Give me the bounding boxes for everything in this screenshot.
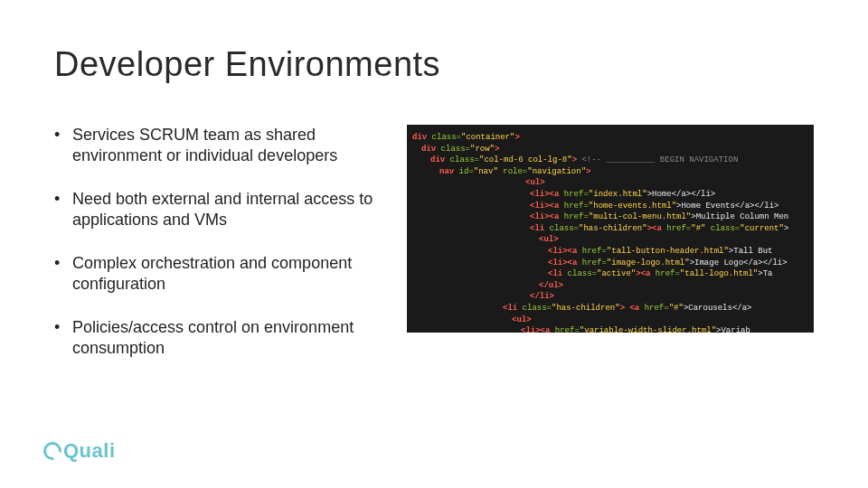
brand-logo: Quali: [43, 439, 116, 463]
code-screenshot: div class="container"> div class="row"> …: [407, 125, 814, 333]
logo-text: Quali: [63, 439, 116, 462]
bullet-list: Services SCRUM team as shared environmen…: [54, 125, 380, 381]
slide: Developer Environments Services SCRUM te…: [0, 0, 868, 488]
bullet-item: Need both external and internal access t…: [54, 189, 380, 230]
bullet-item: Complex orchestration and component conf…: [54, 253, 380, 294]
bullet-item: Services SCRUM team as shared environmen…: [54, 125, 380, 165]
bullet-item: Policies/access control on environment c…: [54, 317, 380, 358]
logo-ring-icon: [43, 442, 61, 460]
slide-title: Developer Environments: [54, 45, 814, 84]
content-row: Services SCRUM team as shared environmen…: [54, 125, 814, 381]
